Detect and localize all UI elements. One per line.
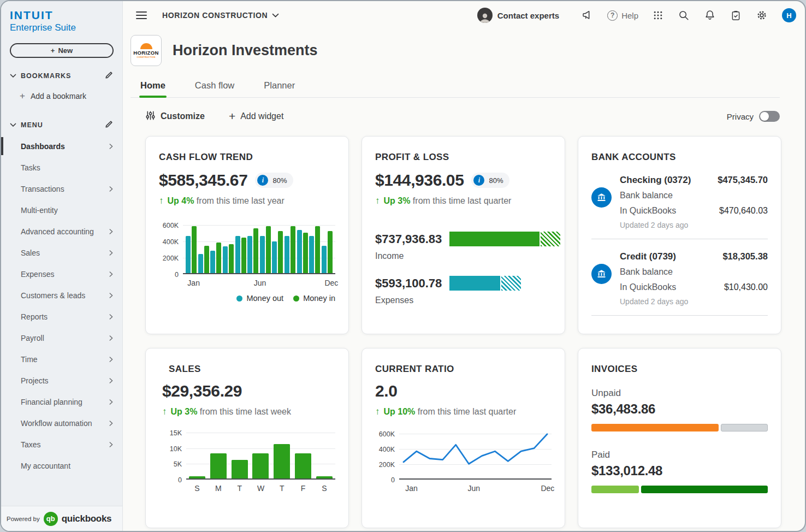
bar-group-mar <box>210 243 221 275</box>
sidebar-item-time[interactable]: Time <box>1 348 122 370</box>
add-bookmark-button[interactable]: + Add a bookmark <box>1 85 122 107</box>
expert-avatar <box>477 8 493 23</box>
sidebar-item-transactions[interactable]: Transactions <box>1 178 122 199</box>
y-tick-label: 0 <box>178 476 182 484</box>
up-arrow-icon: ↑ <box>162 406 167 417</box>
card-title: PROFIT & LOSS <box>375 152 552 163</box>
legend-money-out: Money out <box>236 294 283 303</box>
invoices-card: INVOICES Unpaid $36,483.86 Paid $133,012… <box>578 348 781 528</box>
hamburger-menu-icon[interactable] <box>136 11 147 19</box>
income-bar <box>449 232 560 246</box>
unpaid-progress-bar <box>591 424 768 431</box>
bar-group-apr <box>223 244 234 275</box>
sidebar: INTUIT Enterprise Suite + New BOOKMARKS … <box>1 1 123 531</box>
health-badge[interactable]: i 80% <box>255 173 293 188</box>
chevron-right-icon <box>107 419 115 427</box>
edit-pencil-icon[interactable] <box>104 70 114 81</box>
bar-t-4 <box>274 444 290 480</box>
user-avatar[interactable]: H <box>782 8 796 22</box>
bank-account-row[interactable]: Checking (0372) $475,345.70 Bank balance… <box>591 163 768 239</box>
chevron-right-icon <box>107 441 115 448</box>
sidebar-item-financial-planning[interactable]: Financial planning <box>1 391 122 412</box>
chart-legend: Money outMoney in <box>159 294 335 303</box>
plus-icon: + <box>229 110 235 123</box>
bar-money-in <box>303 233 308 275</box>
contact-experts-button[interactable]: Contact experts <box>477 8 559 23</box>
bar-group-nov <box>309 226 320 275</box>
chevron-right-icon <box>107 249 115 257</box>
sidebar-item-multi-entity[interactable]: Multi-entity <box>1 199 122 221</box>
tab-home[interactable]: Home <box>139 77 167 97</box>
cash-flow-chart: 0200K400K600K <box>159 225 335 274</box>
bank-account-row[interactable]: Credit (0739) $18,305.38 Bank balance In… <box>591 239 768 316</box>
chevron-down-icon <box>10 121 16 129</box>
settings-gear-icon[interactable] <box>756 9 768 21</box>
card-title: INVOICES <box>591 364 768 375</box>
new-button[interactable]: + New <box>10 43 114 58</box>
unpaid-amount: $36,483.86 <box>591 401 768 417</box>
sidebar-item-label: Payroll <box>21 334 44 342</box>
y-tick-label: 200K <box>379 461 395 469</box>
bar-money-in <box>229 244 234 275</box>
apps-grid-icon[interactable] <box>653 10 663 21</box>
horizon-logo: HORIZON CONSTRUCTION <box>131 35 162 66</box>
bar-money-out <box>223 246 228 274</box>
sidebar-item-reports[interactable]: Reports <box>1 306 122 327</box>
notifications-bell-icon[interactable] <box>704 9 716 21</box>
sidebar-item-label: Workflow automation <box>21 419 92 428</box>
help-button[interactable]: ? Help <box>607 10 638 21</box>
tasks-clipboard-icon[interactable] <box>730 10 742 21</box>
card-title: BANK ACCOUNTS <box>591 152 768 163</box>
sidebar-item-dashboards[interactable]: Dashboards <box>1 135 122 157</box>
add-widget-button[interactable]: + Add widget <box>229 110 283 123</box>
cash-flow-amount: $585,345.67 <box>159 171 247 190</box>
sidebar-item-advanced-accounting[interactable]: Advanced accounting <box>1 221 122 242</box>
sidebar-item-taxes[interactable]: Taxes <box>1 434 122 455</box>
sidebar-item-label: Taxes <box>21 440 41 449</box>
tab-bar: Home Cash flow Planner <box>131 77 780 98</box>
chevron-right-icon <box>107 356 115 363</box>
bar-money-in <box>315 226 320 275</box>
sidebar-item-tasks[interactable]: Tasks <box>1 157 122 178</box>
card-title: SALES <box>162 364 335 375</box>
privacy-toggle[interactable] <box>759 111 780 122</box>
expenses-amount: $593,100.78 <box>375 276 449 291</box>
bar-money-in <box>216 243 221 275</box>
sidebar-item-customers-leads[interactable]: Customers & leads <box>1 285 122 306</box>
bar-group-feb <box>198 246 209 275</box>
bookmarks-header[interactable]: BOOKMARKS <box>1 67 122 85</box>
y-tick-label: 0 <box>175 271 179 279</box>
dashboard-toolbar: Customize + Add widget Privacy <box>123 110 805 123</box>
edit-pencil-icon[interactable] <box>104 120 114 131</box>
up-arrow-icon: ↑ <box>375 196 380 206</box>
tab-cash-flow[interactable]: Cash flow <box>194 77 235 97</box>
bar-money-in <box>192 226 197 275</box>
plus-icon: + <box>51 46 55 55</box>
sidebar-item-my-accountant[interactable]: My accountant <box>1 455 122 476</box>
company-switcher[interactable]: HORIZON CONSTRUCTION <box>162 11 279 20</box>
sliders-icon <box>145 110 156 123</box>
tab-planner[interactable]: Planner <box>263 77 296 97</box>
up-arrow-icon: ↑ <box>159 196 164 206</box>
expenses-label: Expenses <box>375 295 552 305</box>
search-icon[interactable] <box>678 9 690 21</box>
sidebar-item-payroll[interactable]: Payroll <box>1 327 122 348</box>
current-ratio-card: CURRENT RATIO 2.0 ↑ Up 10% from this tim… <box>361 348 565 528</box>
sidebar-item-expenses[interactable]: Expenses <box>1 263 122 285</box>
announcements-megaphone-icon[interactable] <box>581 9 593 21</box>
sidebar-item-workflow-automation[interactable]: Workflow automation <box>1 412 122 434</box>
chevron-right-icon <box>107 270 115 278</box>
sidebar-item-label: Customers & leads <box>21 291 85 300</box>
sidebar-item-label: Sales <box>21 249 40 257</box>
sidebar-item-projects[interactable]: Projects <box>1 370 122 391</box>
customize-button[interactable]: Customize <box>145 110 205 123</box>
health-badge[interactable]: i 80% <box>471 173 509 188</box>
bar-money-out <box>260 236 265 275</box>
sidebar-item-sales[interactable]: Sales <box>1 242 122 263</box>
menu-header[interactable]: MENU <box>1 116 122 134</box>
sidebar-item-label: Advanced accounting <box>21 227 94 236</box>
y-tick-label: 0 <box>391 476 395 484</box>
bar-m-1 <box>210 453 227 480</box>
intuit-logo: INTUIT Enterprise Suite <box>1 1 122 33</box>
bar-money-out <box>297 230 302 274</box>
